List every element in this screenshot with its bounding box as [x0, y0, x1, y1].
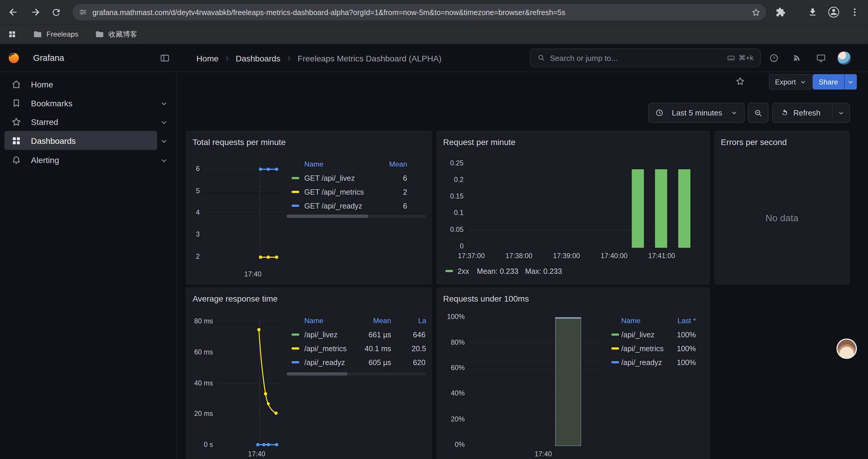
breadcrumb-dashboards[interactable]: Dashboards	[236, 54, 280, 63]
news-rss-icon[interactable]	[792, 53, 802, 63]
sidebar-item-alerting[interactable]: Alerting	[4, 150, 157, 169]
breadcrumb-home[interactable]: Home	[196, 54, 219, 63]
series-color-dash[interactable]	[291, 361, 299, 363]
reload-icon[interactable]	[48, 4, 64, 20]
y-tick: 3	[186, 231, 200, 238]
url-text[interactable]: grafana.mathmast.com/d/deytv4rwavabkb/fr…	[92, 8, 746, 16]
legend-header-name[interactable]: Name	[304, 314, 323, 328]
legend-header-name[interactable]: Name	[304, 157, 323, 172]
legend-series-name[interactable]: GET /api/_metrics	[304, 185, 364, 199]
series-color-dash[interactable]	[291, 191, 299, 193]
panel-title[interactable]: Requests under 100ms	[443, 294, 529, 303]
legend-series-name[interactable]: /api/_metrics	[621, 342, 663, 356]
sidebar-item-label: Alerting	[31, 155, 59, 165]
legend-series-name[interactable]: /api/_readyz	[304, 356, 345, 369]
chevron-down-icon[interactable]	[159, 99, 168, 108]
legend-series-name[interactable]: /api/_livez	[304, 328, 337, 342]
legend-series-last: 620	[413, 356, 426, 369]
legend-table: Name Mean Last /api/_livez 661 µs 646 /a…	[286, 314, 427, 376]
url-bar[interactable]: grafana.mathmast.com/d/deytv4rwavabkb/fr…	[72, 4, 766, 21]
sidebar-item-starred[interactable]: Starred	[4, 112, 157, 131]
sidebar-item-dashboards[interactable]: Dashboards	[4, 131, 157, 150]
sidebar-item-home[interactable]: Home	[4, 75, 157, 94]
y-tick: 20%	[437, 415, 465, 423]
y-tick: 5	[186, 187, 200, 195]
legend-row: /api/_livez 100%	[611, 328, 696, 342]
refresh-button[interactable]: Refresh	[773, 108, 832, 117]
panel-title[interactable]: Total requests per minute	[193, 137, 286, 146]
extensions-icon[interactable]	[773, 4, 788, 20]
bookmark-folder-blogs[interactable]: 收藏博客	[95, 24, 137, 44]
legend-series-name[interactable]: 2xx	[458, 267, 469, 275]
sidebar-toggle-icon[interactable]	[160, 53, 170, 63]
forward-icon[interactable]	[28, 4, 43, 20]
bookmark-star-icon[interactable]	[751, 7, 761, 17]
browser-menu-icon[interactable]	[847, 4, 862, 20]
grafana-logo[interactable]	[8, 52, 20, 64]
legend-row: GET /api/_readyz 6	[286, 199, 427, 213]
share-button[interactable]: Share	[813, 74, 857, 90]
legend-table: Name Mean GET /api/_livez 6 GET /api/_me…	[286, 157, 427, 219]
legend-series-mean: 40.1 ms	[365, 342, 391, 356]
help-icon[interactable]: ?	[769, 53, 779, 63]
y-tick: 0.05	[437, 226, 464, 233]
sidebar-item-bookmarks[interactable]: Bookmarks	[4, 93, 157, 112]
site-settings-icon[interactable]	[79, 8, 88, 17]
legend-scrollbar[interactable]	[286, 215, 427, 218]
favorite-star-icon[interactable]	[735, 76, 745, 86]
browser-profile-avatar[interactable]	[826, 4, 841, 20]
legend-series-mean: 661 µs	[368, 328, 391, 342]
legend-max-stat: Max: 0.233	[525, 267, 562, 275]
series-color-dash[interactable]	[611, 333, 619, 335]
legend-table: Name Last * /api/_livez 100% /api/_metri…	[611, 314, 696, 376]
legend-series-name[interactable]: GET /api/_livez	[304, 171, 355, 185]
chevron-down-icon[interactable]	[159, 156, 168, 165]
panel-title[interactable]: Request per minute	[443, 137, 516, 146]
search-shortcut: ⌘+k	[727, 54, 753, 62]
bookmark-folder-freeleaps[interactable]: Freeleaps	[33, 24, 78, 44]
zoom-out-button[interactable]	[748, 103, 769, 123]
chevron-down-icon[interactable]	[159, 118, 168, 127]
series-color-dash[interactable]	[445, 270, 453, 272]
sidebar: Home Bookmarks Starred Dashboards	[0, 72, 177, 459]
panel-errors-per-second: Errors per second No data	[714, 131, 850, 285]
share-menu-caret[interactable]	[844, 74, 857, 90]
legend-scrollbar[interactable]	[286, 372, 427, 375]
panel-title[interactable]: Average response time	[193, 294, 278, 303]
y-tick: 80 ms	[186, 318, 213, 325]
chevron-down-icon[interactable]	[159, 137, 168, 145]
series-color-dash[interactable]	[611, 361, 619, 363]
legend-scrollbar-thumb[interactable]	[286, 372, 347, 375]
series-color-dash[interactable]	[291, 177, 299, 179]
legend-series-name[interactable]: GET /api/_readyz	[304, 199, 362, 213]
browser-toolbar: grafana.mathmast.com/d/deytv4rwavabkb/fr…	[0, 0, 868, 24]
legend-row: GET /api/_metrics 2	[286, 185, 427, 199]
legend-scrollbar-thumb[interactable]	[286, 215, 368, 218]
apps-grid-icon[interactable]	[4, 27, 20, 42]
legend-series-name[interactable]: /api/_readyz	[621, 356, 662, 369]
legend-header-name[interactable]: Name	[621, 314, 641, 328]
panel-title[interactable]: Errors per second	[721, 137, 787, 146]
legend-header-mean[interactable]: Mean	[373, 314, 391, 328]
chevron-down-icon	[730, 109, 738, 117]
series-color-dash[interactable]	[291, 347, 299, 350]
share-label[interactable]: Share	[813, 74, 844, 90]
time-range-picker[interactable]: Last 5 minutes	[649, 103, 745, 123]
legend-series-name[interactable]: /api/_livez	[621, 328, 654, 342]
series-color-dash[interactable]	[291, 205, 299, 207]
legend-header-mean[interactable]: Mean	[389, 157, 407, 172]
legend-series-name[interactable]: /api/_metrics	[304, 342, 346, 356]
downloads-icon[interactable]	[805, 4, 820, 20]
grafana-user-avatar[interactable]	[838, 52, 851, 65]
kiosk-monitor-icon[interactable]	[816, 53, 826, 63]
search-input[interactable]: Search or jump to... ⌘+k	[530, 49, 761, 67]
series-color-dash[interactable]	[291, 333, 299, 335]
series-color-dash[interactable]	[611, 347, 619, 350]
refresh-interval-caret[interactable]	[832, 103, 849, 122]
legend-header-last[interactable]: Last	[418, 314, 427, 328]
legend-header-last[interactable]: Last *	[677, 314, 696, 328]
back-icon[interactable]	[6, 4, 21, 20]
sidebar-item-label: Home	[31, 79, 53, 89]
floating-assistant-avatar[interactable]	[836, 338, 857, 359]
export-button[interactable]: Export	[769, 74, 812, 90]
